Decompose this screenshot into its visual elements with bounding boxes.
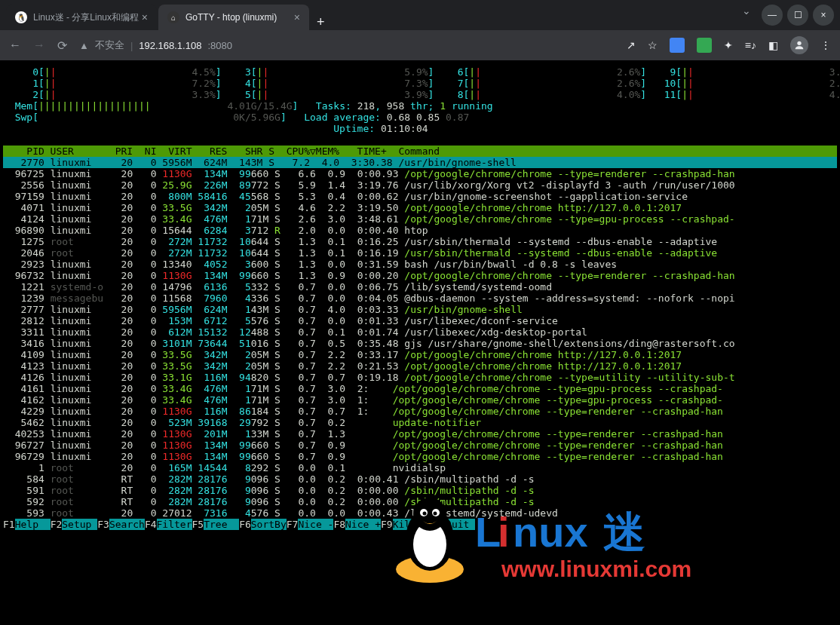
process-row[interactable]: 2777 linuxmi 20 0 5956M 624M 143M S 0.7 …	[3, 304, 523, 315]
panel-icon[interactable]: ◧	[768, 39, 778, 51]
process-row[interactable]: 4123 linuxmi 20 0 33.5G 342M 205M S 0.7 …	[3, 360, 682, 372]
forward-button[interactable]: →	[33, 38, 45, 52]
close-button[interactable]: ×	[813, 5, 834, 26]
process-row[interactable]: 96725 linuxmi 20 0 1130G 134M 99660 S 6.…	[3, 168, 735, 179]
column-header[interactable]: PID USER PRI NI VIRT RES SHR S CPU%▽MEM%…	[3, 146, 837, 157]
tab-strip: 🐧 Linux迷 - 分享Linux和编程 × ⌂ GoTTY - htop (…	[6, 5, 325, 30]
svg-text:www.linuxmi.com: www.linuxmi.com	[501, 556, 691, 581]
svg-point-1	[396, 556, 464, 583]
menu-icon[interactable]: ⋮	[820, 39, 831, 51]
share-icon[interactable]: ↗	[627, 39, 636, 51]
window-controls: ⌄ — ☐ ×	[742, 5, 834, 26]
insecure-icon: ▲	[79, 40, 89, 51]
tab-title: GoTTY - htop (linuxmi)	[185, 12, 277, 23]
process-row[interactable]: 40253 linuxmi 20 0 1130G 201M 133M S 0.7…	[3, 428, 723, 440]
process-row[interactable]: 2046 root 20 0 272M 11732 10644 S 1.3 0.…	[3, 247, 717, 259]
process-row[interactable]: 4162 linuxmi 20 0 33.4G 476M 171M S 0.7 …	[3, 394, 723, 406]
process-row[interactable]: 96732 linuxmi 20 0 1130G 134M 99660 S 1.…	[3, 270, 735, 281]
titlebar: 🐧 Linux迷 - 分享Linux和编程 × ⌂ GoTTY - htop (…	[0, 0, 840, 30]
maximize-button[interactable]: ☐	[787, 5, 808, 26]
browser-window: 🐧 Linux迷 - 分享Linux和编程 × ⌂ GoTTY - htop (…	[0, 0, 840, 625]
process-row[interactable]: 1221 systemd-o 20 0 14796 6136 5332 S 0.…	[3, 281, 552, 293]
process-row[interactable]: 1239 messagebu 20 0 11568 7960 4336 S 0.…	[3, 293, 735, 304]
process-row[interactable]: 4161 linuxmi 20 0 33.4G 476M 171M S 0.7 …	[3, 383, 723, 394]
star-icon[interactable]: ☆	[648, 39, 658, 51]
process-row[interactable]: 591 root RT 0 282M 28176 9096 S 0.0 0.2 …	[3, 485, 535, 496]
address-bar: ← → ⟳ ▲ 不安全 | 192.168.1.108:8080 ↗ ☆ ✦ ≡…	[0, 30, 840, 60]
process-row[interactable]: 584 root RT 0 282M 28176 9096 S 0.0 0.2 …	[3, 473, 535, 485]
svg-text:迷: 迷	[603, 508, 645, 556]
process-row[interactable]: 1275 root 20 0 272M 11732 10644 S 1.3 0.…	[3, 236, 717, 247]
process-row[interactable]: 3311 linuxmi 20 0 612M 15132 12488 S 0.7…	[3, 326, 587, 338]
process-row[interactable]: 96727 linuxmi 20 0 1130G 134M 99660 S 0.…	[3, 440, 723, 451]
process-row-selected[interactable]: 2770 linuxmi 20 0 5956M 624M 143M S 7.2 …	[3, 157, 837, 168]
reload-button[interactable]: ⟳	[57, 38, 67, 53]
avatar[interactable]	[790, 36, 808, 54]
process-row[interactable]: 4124 linuxmi 20 0 33.4G 476M 171M S 2.6 …	[3, 213, 735, 225]
process-row[interactable]: 4109 linuxmi 20 0 33.5G 342M 205M S 0.7 …	[3, 349, 682, 360]
svg-point-0	[797, 41, 801, 45]
extension-lock-icon[interactable]	[697, 38, 712, 53]
process-row[interactable]: 4126 linuxmi 20 0 33.1G 116M 94820 S 0.7…	[3, 372, 735, 383]
process-row[interactable]: 5462 linuxmi 20 0 523M 39168 29792 S 0.7…	[3, 417, 481, 428]
url-host: 192.168.1.108	[139, 40, 201, 51]
process-row[interactable]: 2556 linuxmi 20 0 25.9G 226M 89772 S 5.9…	[3, 179, 735, 191]
back-button[interactable]: ←	[9, 38, 21, 52]
process-row[interactable]: 97159 linuxmi 20 0 800M 58416 45568 S 5.…	[3, 191, 688, 202]
url-port: :8080	[207, 40, 232, 51]
process-row[interactable]: 2923 linuxmi 20 0 13340 4052 3600 S 1.3 …	[3, 259, 617, 270]
puzzle-icon[interactable]: ✦	[724, 39, 733, 51]
process-row[interactable]: 593 root 20 0 27012 7316 4576 S 0.0 0.0 …	[3, 507, 558, 519]
minimize-button[interactable]: —	[762, 5, 783, 26]
process-row[interactable]: 2812 linuxmi 20 0 153M 6712 5576 S 0.7 0…	[3, 315, 558, 326]
favicon-linuxmi: 🐧	[15, 11, 27, 23]
process-row[interactable]: 4229 linuxmi 20 0 1130G 116M 86184 S 0.7…	[3, 406, 723, 417]
new-tab-button[interactable]: +	[317, 14, 325, 30]
toolbar-actions: ↗ ☆ ✦ ≡♪ ◧ ⋮	[627, 36, 831, 54]
process-row[interactable]: 4071 linuxmi 20 0 33.5G 342M 205M S 4.6 …	[3, 202, 682, 213]
extension-translate-icon[interactable]	[670, 38, 685, 53]
chevron-down-icon[interactable]: ⌄	[742, 5, 751, 26]
insecure-label: 不安全	[95, 38, 124, 52]
tab-linuxmi[interactable]: 🐧 Linux迷 - 分享Linux和编程 ×	[6, 5, 157, 30]
url-field[interactable]: ▲ 不安全 | 192.168.1.108:8080	[79, 38, 232, 52]
process-row[interactable]: 96890 linuxmi 20 0 15644 6284 3712 R 2.0…	[3, 225, 428, 236]
favicon-gotty: ⌂	[167, 11, 179, 23]
close-icon[interactable]: ×	[142, 11, 148, 23]
close-icon[interactable]: ×	[294, 11, 300, 23]
terminal[interactable]: 0[|| 4.5%] 3[|| 5.9%] 6[|| 2.6%] 9[|| 3.…	[0, 60, 840, 625]
playlist-icon[interactable]: ≡♪	[745, 39, 756, 51]
process-row[interactable]: 3416 linuxmi 20 0 3101M 73644 51016 S 0.…	[3, 338, 735, 349]
tab-gotty[interactable]: ⌂ GoTTY - htop (linuxmi) ×	[158, 5, 309, 30]
process-row[interactable]: 1 root 20 0 165M 14544 8292 S 0.0 0.1 nv…	[3, 462, 446, 473]
process-row[interactable]: 96729 linuxmi 20 0 1130G 134M 99660 S 0.…	[3, 451, 723, 462]
process-row[interactable]: 592 root RT 0 282M 28176 9096 S 0.0 0.2 …	[3, 496, 535, 507]
tab-title: Linux迷 - 分享Linux和编程	[33, 11, 139, 24]
